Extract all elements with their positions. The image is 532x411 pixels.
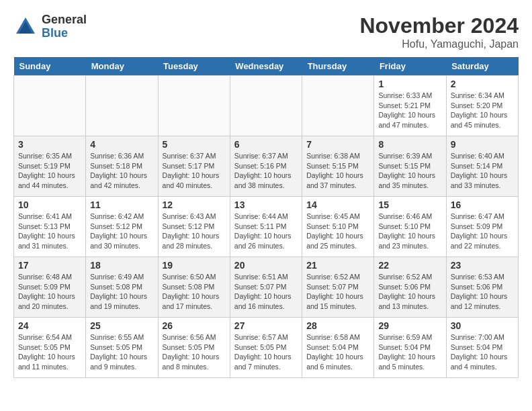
calendar-cell: 13Sunrise: 6:44 AM Sunset: 5:11 PM Dayli… [230,197,302,257]
calendar-cell: 5Sunrise: 6:37 AM Sunset: 5:17 PM Daylig… [158,136,230,197]
calendar-cell: 10Sunrise: 6:41 AM Sunset: 5:13 PM Dayli… [14,197,86,257]
day-number: 26 [163,320,226,331]
day-number: 9 [451,139,514,150]
day-info: Sunrise: 6:41 AM Sunset: 5:13 PM Dayligh… [18,212,81,251]
calendar-cell: 30Sunrise: 7:00 AM Sunset: 5:04 PM Dayli… [446,318,518,378]
calendar-cell: 29Sunrise: 6:59 AM Sunset: 5:04 PM Dayli… [374,318,446,378]
day-info: Sunrise: 6:39 AM Sunset: 5:15 PM Dayligh… [378,151,441,191]
calendar-cell: 2Sunrise: 6:34 AM Sunset: 5:20 PM Daylig… [446,76,518,136]
day-number: 20 [234,260,298,271]
day-number: 16 [451,199,514,210]
day-number: 8 [378,139,441,150]
day-info: Sunrise: 6:44 AM Sunset: 5:11 PM Dayligh… [234,212,298,251]
day-info: Sunrise: 6:52 AM Sunset: 5:07 PM Dayligh… [306,272,369,312]
day-info: Sunrise: 6:57 AM Sunset: 5:05 PM Dayligh… [234,332,298,372]
weekday-header-row: SundayMondayTuesdayWednesdayThursdayFrid… [14,57,519,76]
calendar-cell [302,76,374,136]
day-info: Sunrise: 6:35 AM Sunset: 5:19 PM Dayligh… [18,151,81,191]
day-number: 22 [378,260,441,271]
calendar-cell: 9Sunrise: 6:40 AM Sunset: 5:14 PM Daylig… [446,136,518,197]
day-number: 6 [234,139,298,150]
calendar-cell: 8Sunrise: 6:39 AM Sunset: 5:15 PM Daylig… [374,136,446,197]
day-number: 28 [306,320,369,331]
day-number: 27 [234,320,298,331]
day-info: Sunrise: 6:43 AM Sunset: 5:12 PM Dayligh… [163,212,226,251]
logo-icon [13,15,38,39]
day-number: 25 [90,320,153,331]
calendar-cell: 22Sunrise: 6:52 AM Sunset: 5:06 PM Dayli… [374,257,446,318]
day-number: 7 [306,139,369,150]
day-number: 4 [90,139,153,150]
day-info: Sunrise: 6:40 AM Sunset: 5:14 PM Dayligh… [451,151,514,191]
header: General Blue November 2024 Hofu, Yamaguc… [13,13,519,50]
calendar-cell: 3Sunrise: 6:35 AM Sunset: 5:19 PM Daylig… [14,136,86,197]
weekday-header-wednesday: Wednesday [230,57,302,76]
calendar-cell: 25Sunrise: 6:55 AM Sunset: 5:05 PM Dayli… [86,318,158,378]
calendar-table: SundayMondayTuesdayWednesdayThursdayFrid… [13,57,519,378]
calendar-cell: 7Sunrise: 6:38 AM Sunset: 5:15 PM Daylig… [302,136,374,197]
day-info: Sunrise: 6:46 AM Sunset: 5:10 PM Dayligh… [378,212,441,251]
week-row-2: 3Sunrise: 6:35 AM Sunset: 5:19 PM Daylig… [14,136,519,197]
day-info: Sunrise: 6:45 AM Sunset: 5:10 PM Dayligh… [306,212,369,251]
weekday-header-thursday: Thursday [302,57,374,76]
day-info: Sunrise: 6:47 AM Sunset: 5:09 PM Dayligh… [451,212,514,251]
calendar-cell: 17Sunrise: 6:48 AM Sunset: 5:09 PM Dayli… [14,257,86,318]
calendar-cell: 18Sunrise: 6:49 AM Sunset: 5:08 PM Dayli… [86,257,158,318]
day-number: 5 [163,139,226,150]
week-row-1: 1Sunrise: 6:33 AM Sunset: 5:21 PM Daylig… [14,76,519,136]
day-info: Sunrise: 6:50 AM Sunset: 5:08 PM Dayligh… [163,272,226,312]
day-info: Sunrise: 7:00 AM Sunset: 5:04 PM Dayligh… [451,332,514,372]
day-info: Sunrise: 6:59 AM Sunset: 5:04 PM Dayligh… [378,332,441,372]
logo: General Blue [13,13,87,40]
day-number: 23 [451,260,514,271]
day-info: Sunrise: 6:55 AM Sunset: 5:05 PM Dayligh… [90,332,153,372]
title-area: November 2024 Hofu, Yamaguchi, Japan [359,13,519,50]
day-info: Sunrise: 6:33 AM Sunset: 5:21 PM Dayligh… [378,91,441,130]
weekday-header-saturday: Saturday [446,57,518,76]
day-info: Sunrise: 6:48 AM Sunset: 5:09 PM Dayligh… [18,272,81,312]
day-number: 18 [90,260,153,271]
calendar-cell: 21Sunrise: 6:52 AM Sunset: 5:07 PM Dayli… [302,257,374,318]
calendar-cell: 16Sunrise: 6:47 AM Sunset: 5:09 PM Dayli… [446,197,518,257]
weekday-header-tuesday: Tuesday [158,57,230,76]
calendar-cell: 28Sunrise: 6:58 AM Sunset: 5:04 PM Dayli… [302,318,374,378]
day-number: 19 [163,260,226,271]
calendar-cell: 14Sunrise: 6:45 AM Sunset: 5:10 PM Dayli… [302,197,374,257]
day-number: 24 [18,320,81,331]
day-info: Sunrise: 6:37 AM Sunset: 5:16 PM Dayligh… [234,151,298,191]
day-info: Sunrise: 6:53 AM Sunset: 5:06 PM Dayligh… [451,272,514,312]
week-row-3: 10Sunrise: 6:41 AM Sunset: 5:13 PM Dayli… [14,197,519,257]
calendar-cell: 4Sunrise: 6:36 AM Sunset: 5:18 PM Daylig… [86,136,158,197]
subtitle: Hofu, Yamaguchi, Japan [359,38,519,50]
day-info: Sunrise: 6:54 AM Sunset: 5:05 PM Dayligh… [18,332,81,372]
day-info: Sunrise: 6:38 AM Sunset: 5:15 PM Dayligh… [306,151,369,191]
weekday-header-monday: Monday [86,57,158,76]
calendar-cell: 27Sunrise: 6:57 AM Sunset: 5:05 PM Dayli… [230,318,302,378]
day-info: Sunrise: 6:37 AM Sunset: 5:17 PM Dayligh… [163,151,226,191]
day-info: Sunrise: 6:52 AM Sunset: 5:06 PM Dayligh… [378,272,441,312]
day-number: 14 [306,199,369,210]
day-number: 3 [18,139,81,150]
day-info: Sunrise: 6:56 AM Sunset: 5:05 PM Dayligh… [163,332,226,372]
weekday-header-friday: Friday [374,57,446,76]
calendar-cell: 6Sunrise: 6:37 AM Sunset: 5:16 PM Daylig… [230,136,302,197]
weekday-header-sunday: Sunday [14,57,86,76]
main-title: November 2024 [359,13,519,38]
day-info: Sunrise: 6:34 AM Sunset: 5:20 PM Dayligh… [451,91,514,130]
calendar-cell: 1Sunrise: 6:33 AM Sunset: 5:21 PM Daylig… [374,76,446,136]
calendar-cell: 26Sunrise: 6:56 AM Sunset: 5:05 PM Dayli… [158,318,230,378]
calendar-cell [14,76,86,136]
day-info: Sunrise: 6:42 AM Sunset: 5:12 PM Dayligh… [90,212,153,251]
day-number: 17 [18,260,81,271]
day-number: 30 [451,320,514,331]
day-number: 10 [18,199,81,210]
day-number: 21 [306,260,369,271]
calendar-cell: 11Sunrise: 6:42 AM Sunset: 5:12 PM Dayli… [86,197,158,257]
calendar-cell [158,76,230,136]
day-info: Sunrise: 6:36 AM Sunset: 5:18 PM Dayligh… [90,151,153,191]
day-info: Sunrise: 6:49 AM Sunset: 5:08 PM Dayligh… [90,272,153,312]
calendar-cell: 20Sunrise: 6:51 AM Sunset: 5:07 PM Dayli… [230,257,302,318]
calendar-cell: 24Sunrise: 6:54 AM Sunset: 5:05 PM Dayli… [14,318,86,378]
day-info: Sunrise: 6:58 AM Sunset: 5:04 PM Dayligh… [306,332,369,372]
day-number: 29 [378,320,441,331]
